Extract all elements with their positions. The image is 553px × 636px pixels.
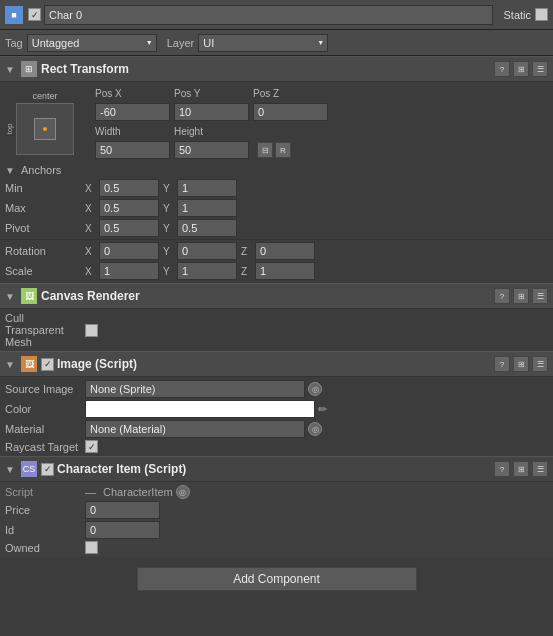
pos-y-input[interactable] [174,103,249,121]
image-icon: 🖼 [21,356,37,372]
char-collapse[interactable]: ▼ [5,464,17,475]
anchor-widget[interactable]: center top [5,86,85,160]
color-label: Color [5,403,85,415]
active-checkbox[interactable] [28,8,41,21]
min-x-item: X [85,179,159,197]
source-image-row: Source Image ◎ [0,379,553,399]
id-input[interactable] [85,521,160,539]
layer-dropdown[interactable]: UI [198,34,328,52]
info-icon[interactable]: ? [494,61,510,77]
image-info-icon[interactable]: ? [494,356,510,372]
canvas-info-icon[interactable]: ? [494,288,510,304]
price-input[interactable] [85,501,160,519]
char-item-header: ▼ CS Character Item (Script) ? ⊞ ☰ [0,456,553,482]
rot-y-input[interactable] [177,242,237,260]
scale-row: Scale X Y Z [0,261,553,281]
canvas-icon: 🖼 [21,288,37,304]
height-input[interactable] [174,141,249,159]
image-script-header: ▼ 🖼 Image (Script) ? ⊞ ☰ [0,351,553,377]
char-info-icon[interactable]: ? [494,461,510,477]
id-row: Id [0,520,553,540]
anchor-inner [34,118,56,140]
pos-z-label: Pos Z [253,88,279,99]
add-component-button[interactable]: Add Component [137,567,417,591]
pivot-x-input[interactable] [99,219,159,237]
expand-icon[interactable]: ⊞ [513,61,529,77]
rotation-row: Rotation X Y Z [0,241,553,261]
min-y-input[interactable] [177,179,237,197]
script-value: — CharacterItem [85,486,173,498]
rect-transform-title: Rect Transform [41,62,494,76]
tag-label: Tag [5,37,23,49]
scale-label: Scale [5,265,85,277]
canvas-section-icons: ? ⊞ ☰ [494,288,548,304]
static-area: Static [503,8,548,21]
static-label: Static [503,9,531,21]
constraint-icon[interactable]: ⊟ [257,142,273,158]
add-component-area: Add Component [0,557,553,601]
pos-z-input[interactable] [253,103,328,121]
script-row: Script — CharacterItem ◎ [0,484,553,500]
anchor-box[interactable] [16,103,74,155]
anchors-collapse[interactable]: ▼ [5,165,17,176]
owned-label: Owned [5,542,85,554]
pencil-icon[interactable]: ✏ [318,403,327,416]
min-x-input[interactable] [99,179,159,197]
scale-y-input[interactable] [177,262,237,280]
object-name-input[interactable] [44,5,493,25]
max-x-input[interactable] [99,199,159,217]
material-input[interactable] [85,420,305,438]
min-label: Min [5,182,85,194]
rect-icon: ⊞ [21,61,37,77]
char-expand-icon[interactable]: ⊞ [513,461,529,477]
image-active-checkbox[interactable] [41,358,54,371]
scale-x-axis: X [85,266,97,277]
pos-fields: Pos X Pos Y Pos Z Width Height ⊟ [95,86,548,160]
static-checkbox[interactable] [535,8,548,21]
image-script-fields: Source Image ◎ Color ✏ Material ◎ Raycas… [0,377,553,456]
pos-x-input[interactable] [95,103,170,121]
owned-checkbox[interactable] [85,541,98,554]
scale-z-input[interactable] [255,262,315,280]
cull-checkbox[interactable] [85,324,98,337]
max-x-item: X [85,199,159,217]
material-circle-icon[interactable]: ◎ [308,422,322,436]
canvas-expand-icon[interactable]: ⊞ [513,288,529,304]
max-y-input[interactable] [177,199,237,217]
raycast-checkbox[interactable] [85,440,98,453]
image-menu-icon[interactable]: ☰ [532,356,548,372]
image-expand-icon[interactable]: ⊞ [513,356,529,372]
color-field[interactable] [85,400,315,418]
canvas-menu-icon[interactable]: ☰ [532,288,548,304]
scale-y-item: Y [163,262,237,280]
menu-icon[interactable]: ☰ [532,61,548,77]
script-circle-icon[interactable]: ◎ [176,485,190,499]
pivot-y-input[interactable] [177,219,237,237]
rot-x-axis: X [85,246,97,257]
width-input[interactable] [95,141,170,159]
min-y-axis: Y [163,183,175,194]
image-collapse[interactable]: ▼ [5,359,17,370]
anchor-label: center [32,91,57,101]
source-image-input[interactable] [85,380,305,398]
canvas-renderer-title: Canvas Renderer [41,289,494,303]
scale-x-input[interactable] [99,262,159,280]
rot-z-axis: Z [241,246,253,257]
collapse-arrow[interactable]: ▼ [5,64,17,75]
image-section-icons: ? ⊞ ☰ [494,356,548,372]
price-label: Price [5,504,85,516]
char-menu-icon[interactable]: ☰ [532,461,548,477]
rot-z-input[interactable] [255,242,315,260]
reset-button[interactable]: R [275,142,291,158]
pivot-y-axis: Y [163,223,175,234]
scale-x-item: X [85,262,159,280]
canvas-collapse[interactable]: ▼ [5,291,17,302]
source-image-circle-icon[interactable]: ◎ [308,382,322,396]
rot-y-item: Y [163,242,237,260]
char-active-checkbox[interactable] [41,463,54,476]
pos-x-label: Pos X [95,88,122,99]
rot-x-input[interactable] [99,242,159,260]
anchors-header: ▼ Anchors [0,162,553,178]
tag-dropdown[interactable]: Untagged [27,34,157,52]
owned-row: Owned [0,540,553,555]
